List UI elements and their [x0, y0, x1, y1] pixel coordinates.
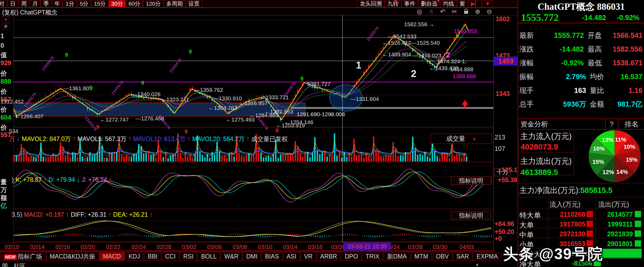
period-button-日[interactable]: 日 [7, 0, 18, 7]
toolbar-button-均线[interactable]: 均线 [440, 0, 457, 7]
period-button-60分[interactable]: 60分 [126, 0, 143, 7]
left-strip-item: 价 [1, 87, 7, 96]
date-label: 03/10 [258, 244, 272, 251]
tab-SAR[interactable]: SAR [453, 252, 472, 261]
rank-button[interactable]: 排名 [620, 119, 643, 129]
symbol-title: ChatGPT概念 886031 [518, 1, 644, 13]
period-button-120分[interactable]: 120分 [143, 0, 163, 7]
indicator-value: 成交量已复权 [251, 135, 288, 143]
indicator-value: ↑ [72, 135, 76, 143]
pie-slice-label: 10% [624, 143, 635, 150]
bottom-item[interactable]: 社区 [14, 262, 25, 267]
dropdown-icon[interactable]: ▼ [482, 0, 493, 7]
price-label: —1361.809 [63, 85, 93, 92]
wave-count-digit: 1 [356, 60, 361, 71]
grid-line [518, 238, 644, 238]
lock-icon[interactable] [462, 8, 470, 15]
period-button-设置[interactable]: 设置 [186, 0, 202, 7]
period-button-多周期[interactable]: 多周期 [164, 0, 186, 7]
tab-W&R[interactable]: W&R [221, 252, 242, 261]
indicator-value: 万 [9, 135, 15, 143]
quote-row: 涨跌-14.482最高1582.556 [519, 42, 643, 56]
tab-MACD[interactable]: MACD [99, 252, 124, 261]
tab-VR[interactable]: VR [301, 252, 316, 261]
alert-flag-icon [394, 0, 396, 3]
undo-icon[interactable]: ↶ [439, 8, 446, 15]
flow-net-bar [597, 249, 642, 258]
tab-KDJ[interactable]: KDJ [125, 252, 143, 261]
period-button-1分[interactable]: 1分 [63, 0, 77, 7]
divider [518, 23, 644, 23]
toolbar-button-窗[interactable]: 窗 [457, 0, 468, 7]
axis-kdj-label: +55.38 [498, 176, 517, 184]
period-button-30分[interactable]: 30分 [109, 0, 126, 7]
inflow-value: 4028073.9 [520, 142, 558, 151]
toolbar-button-龙头回溯[interactable]: 龙头回溯 [357, 0, 385, 7]
period-button-月[interactable]: 月 [30, 0, 40, 7]
left-strip-item: 亿 [1, 202, 7, 210]
period-button-周[interactable]: 周 [19, 0, 29, 7]
indicator-value: DEA: +26.21 [113, 211, 148, 218]
flow-row-name: 特大单 [519, 211, 541, 220]
tab-指标广场[interactable]: NEW指标广场 [1, 252, 45, 261]
tab-RSI[interactable]: RSI [180, 252, 197, 261]
macd-explain-button[interactable]: 指标说明 [451, 211, 491, 220]
eye-icon[interactable]: ◎ [416, 8, 423, 15]
zoom-out-icon[interactable]: ⊖ [486, 8, 493, 15]
tab-EXPMA[interactable]: EXPMA [473, 252, 501, 261]
quote-cell: 开盘 [588, 31, 613, 40]
quote-cell: 1538.671 [613, 59, 643, 67]
tab-CCI[interactable]: CCI [162, 252, 179, 261]
tab-BIAS[interactable]: BIAS [262, 252, 282, 261]
period-button-时[interactable]: 时 [0, 0, 7, 7]
tab-ASI[interactable]: ASI [283, 252, 300, 261]
indicator-tab-bar: NEW指标广场MACD&KDJ共振MACDKDJBBICCIRSIBOLLW&R… [0, 251, 493, 261]
price-label: 1312.452 [1, 98, 24, 105]
flow-out-bar [635, 240, 641, 247]
outflow-label: 主力流出(万元) [520, 156, 572, 167]
indicator-value: ↑ [246, 135, 249, 143]
left-strip-item: 0 [1, 42, 4, 49]
help-button[interactable]: ? [605, 119, 618, 129]
hand-icon[interactable]: ☝ [427, 8, 435, 15]
period-button-15分[interactable]: 15分 [91, 0, 108, 7]
zoom-in-icon[interactable]: ⊕ [474, 8, 481, 15]
tab-DPO[interactable]: DPO [341, 252, 361, 261]
price-label: 534 [9, 128, 18, 134]
period-button-季[interactable]: 季 [41, 0, 52, 7]
period-button-年[interactable]: 年 [52, 0, 63, 7]
bottom-item[interactable]: 闻 [2, 262, 8, 267]
candlestick-chart[interactable] [13, 15, 493, 242]
volume-type-dropdown[interactable]: 成交量▼ [431, 134, 492, 144]
tab-ARBR[interactable]: ARBR [317, 252, 341, 261]
toolbar-button-九转[interactable]: 九转 [385, 0, 401, 7]
indicator-value: MAVOL2: 847.0万 [22, 135, 71, 143]
kdj-explain-button[interactable]: 指标说明 [451, 176, 491, 185]
new-badge: NEW [4, 254, 17, 260]
period-button-5分[interactable]: 5分 [77, 0, 91, 7]
td-nine-marker: 9 [276, 128, 278, 134]
indicator-value: DIFF: +26.31 [71, 211, 107, 218]
tab-新DMA[interactable]: 新DMA [384, 252, 410, 261]
bottom-item[interactable]: ▲ [475, 262, 479, 266]
grid-line [518, 209, 644, 209]
tab-BBI[interactable]: BBI [144, 252, 161, 261]
next-pane-icon[interactable]: ▶▏ [468, 0, 482, 7]
fund-pie-chart: 11%10%15%14%12%15%10%13% [588, 130, 641, 183]
tab-BOLL[interactable]: BOLL [198, 252, 220, 261]
left-strip-item: 值 [1, 51, 7, 59]
tab-MACD&KDJ共振[interactable]: MACD&KDJ共振 [46, 252, 99, 261]
left-strip-item: 888 [1, 78, 11, 85]
price-label: —1330.910 [213, 95, 242, 102]
toolbar-button-事件[interactable]: 事件 [401, 0, 418, 7]
scissors-icon[interactable]: ✂ [451, 8, 458, 15]
tab-OBV[interactable]: OBV [432, 252, 452, 261]
tab-TRIX[interactable]: TRIX [362, 252, 383, 261]
flow-row-name: 中单 [519, 230, 534, 240]
tab-DMI[interactable]: DMI [243, 252, 261, 261]
quote-cell: 现手 [519, 86, 544, 95]
td-nine-marker: 9 [65, 52, 68, 58]
tab-MTM[interactable]: MTM [411, 252, 432, 261]
indicator-value: ↑ [128, 135, 131, 143]
toolbar-right-buttons: 龙头回溯九转事件删自选均线窗▶▏▼ [357, 0, 493, 7]
